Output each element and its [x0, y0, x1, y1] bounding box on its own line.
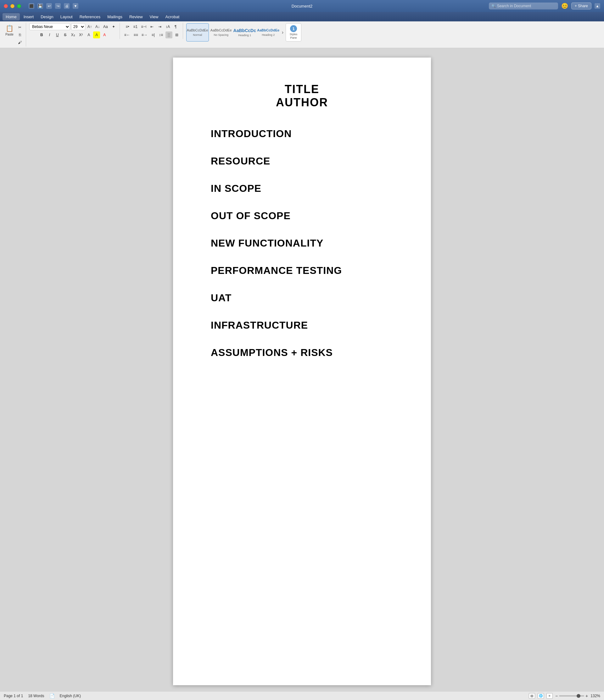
font-size-select[interactable]: 29: [71, 23, 85, 30]
heading-infrastructure: INFRASTRUCTURE: [211, 320, 393, 331]
show-marks-button[interactable]: ¶: [172, 23, 179, 30]
zoom-in-button[interactable]: +: [585, 693, 588, 698]
shading-button[interactable]: ░: [166, 31, 172, 39]
emoji-button[interactable]: 😊: [561, 2, 568, 9]
decrease-indent-button[interactable]: ⇤: [148, 23, 155, 30]
style-heading2-label: Heading 2: [262, 33, 275, 36]
heading-new-functionality: NEW FUNCTIONALITY: [211, 238, 393, 249]
undo-icon[interactable]: ↩: [46, 3, 52, 9]
more-icon[interactable]: ▼: [73, 3, 78, 9]
heading-in-scope: IN SCOPE: [211, 183, 393, 194]
menu-insert[interactable]: Insert: [20, 13, 37, 21]
status-bar: Page 1 of 1 18 Words 📄 English (UK) ▤ 🌐 …: [0, 691, 604, 700]
sidebar-toggle-icon[interactable]: ⬛: [29, 3, 34, 9]
search-input[interactable]: [489, 2, 558, 9]
read-mode-button[interactable]: ≡: [547, 693, 553, 699]
styles-pane-button[interactable]: 1 StylesPane: [286, 23, 301, 42]
strikethrough-button[interactable]: S: [62, 31, 69, 39]
redo-icon[interactable]: ↪: [55, 3, 61, 9]
justify-button[interactable]: ≡|: [150, 31, 157, 39]
heading-assumptions-risks: ASSUMPTIONS + RISKS: [211, 347, 393, 358]
numbering-button[interactable]: ≡1: [132, 23, 139, 30]
menu-view[interactable]: View: [147, 13, 162, 21]
bold-button[interactable]: B: [38, 31, 45, 39]
zoom-level[interactable]: 132%: [590, 694, 600, 698]
menu-home[interactable]: Home: [2, 13, 20, 21]
format-painter-button[interactable]: 🖌: [16, 39, 23, 46]
style-no-spacing-preview: AaBbCcDdEe: [211, 28, 232, 32]
increase-indent-button[interactable]: ⇥: [156, 23, 163, 30]
font-grow-button[interactable]: A↑: [86, 23, 93, 30]
style-heading1-button[interactable]: AaBbCcDc Heading 1: [234, 23, 256, 42]
align-left-button[interactable]: ≡←: [123, 31, 131, 39]
italic-button[interactable]: I: [46, 31, 53, 39]
paste-icon: 📋: [6, 25, 14, 32]
share-button[interactable]: + Share: [571, 2, 591, 9]
menu-review[interactable]: Review: [126, 13, 146, 21]
close-button[interactable]: [4, 4, 8, 8]
zoom-out-button[interactable]: −: [555, 693, 558, 698]
menu-design[interactable]: Design: [38, 13, 56, 21]
heading-resource: RESOURCE: [211, 155, 393, 167]
proofing-icon[interactable]: 📄: [49, 693, 55, 698]
font-group: Bebas Neue 29 A↑ A↓ Aa ✦ B I U S X₂ X² A…: [28, 23, 120, 39]
collapse-icon[interactable]: ▲: [595, 3, 600, 9]
print-icon[interactable]: 🖨: [64, 3, 70, 9]
paste-button[interactable]: 📋 Paste: [3, 23, 16, 38]
search-icon: 🔍: [491, 4, 496, 8]
superscript-button[interactable]: X²: [77, 31, 84, 39]
styles-scroll-arrow[interactable]: ›: [281, 29, 285, 36]
page-info: Page 1 of 1: [4, 694, 23, 698]
document-title: Document2: [292, 4, 312, 8]
heading-uat: UAT: [211, 292, 393, 304]
borders-button[interactable]: ⊞: [173, 31, 180, 39]
subscript-button[interactable]: X₂: [70, 31, 76, 39]
zoom-slider[interactable]: [559, 695, 584, 697]
bullets-button[interactable]: ≡•: [124, 23, 131, 30]
document-title-section: TITLE AUTHOR: [211, 83, 393, 109]
save-icon[interactable]: 💾: [38, 3, 43, 9]
cut-button[interactable]: ✂: [16, 24, 23, 31]
print-layout-view-button[interactable]: ▤: [529, 693, 535, 699]
document-page[interactable]: TITLE AUTHOR INTRODUCTION RESOURCE IN SC…: [173, 57, 431, 685]
word-count: 18 Words: [28, 694, 44, 698]
menu-mailings[interactable]: Mailings: [104, 13, 125, 21]
copy-button[interactable]: ⎘: [16, 31, 23, 39]
menu-references[interactable]: References: [76, 13, 103, 21]
sort-button[interactable]: ↕A: [164, 23, 171, 30]
traffic-lights: [4, 4, 21, 8]
underline-button[interactable]: U: [54, 31, 61, 39]
status-right: ▤ 🌐 ≡ − + 132%: [529, 693, 600, 699]
heading-out-of-scope: OUT OF SCOPE: [211, 210, 393, 222]
style-no-spacing-button[interactable]: AaBbCcDdEe No Spacing: [210, 23, 233, 42]
multilevel-list-button[interactable]: ≡⊣: [140, 23, 148, 30]
font-name-select[interactable]: Bebas Neue: [29, 23, 70, 30]
style-heading2-button[interactable]: AaBbCcDdEe Heading 2: [257, 23, 280, 42]
maximize-button[interactable]: [17, 4, 21, 8]
line-spacing-button[interactable]: ↕≡: [158, 31, 165, 39]
font-shrink-button[interactable]: A↓: [94, 23, 101, 30]
minimize-button[interactable]: [10, 4, 15, 8]
status-left: Page 1 of 1 18 Words 📄 English (UK): [4, 693, 81, 698]
menu-layout[interactable]: Layout: [57, 13, 76, 21]
align-right-button[interactable]: ≡→: [140, 31, 149, 39]
toolbar-icons: ⬛ 💾 ↩ ↪ 🖨 ▼: [29, 3, 78, 9]
font-color-button[interactable]: A: [101, 31, 108, 39]
document-area: TITLE AUTHOR INTRODUCTION RESOURCE IN SC…: [0, 48, 604, 695]
text-effects-button[interactable]: A: [85, 31, 92, 39]
align-center-button[interactable]: ≡≡: [132, 31, 139, 39]
document-author-text: AUTHOR: [211, 96, 393, 109]
menu-bar: Home Insert Design Layout References Mai…: [0, 12, 604, 21]
style-normal-button[interactable]: AaBbCcDdEe Normal: [186, 23, 209, 42]
clear-format-button[interactable]: ✦: [110, 23, 117, 30]
styles-pane-number: 1: [290, 25, 297, 32]
web-layout-view-button[interactable]: 🌐: [538, 693, 544, 699]
zoom-controls: − +: [555, 693, 588, 698]
menu-acrobat[interactable]: Acrobat: [162, 13, 183, 21]
search-container[interactable]: 🔍: [489, 2, 558, 9]
text-highlight-button[interactable]: A: [93, 31, 100, 39]
change-case-button[interactable]: Aa: [102, 23, 109, 30]
language[interactable]: English (UK): [60, 694, 81, 698]
title-bar: ⬛ 💾 ↩ ↪ 🖨 ▼ Document2 🔍 😊 + Share ▲: [0, 0, 604, 12]
title-bar-right: 🔍 😊 + Share ▲: [489, 2, 600, 9]
